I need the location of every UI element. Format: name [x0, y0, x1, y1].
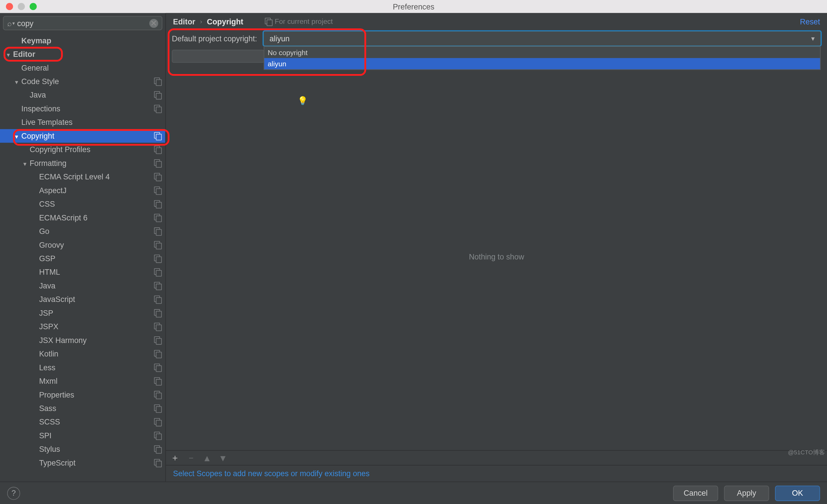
tree-item-java[interactable]: Java — [0, 88, 165, 102]
project-icon — [154, 446, 162, 453]
tree-item-label: HTML — [39, 268, 152, 277]
search-history-icon[interactable]: ▾ — [12, 20, 15, 26]
project-icon — [154, 200, 162, 208]
tree-item-label: Sass — [39, 404, 152, 413]
tree-item-less[interactable]: Less — [0, 361, 165, 374]
project-icon — [154, 459, 162, 467]
tree-item-label: AspectJ — [39, 186, 152, 195]
tree-item-javascript[interactable]: JavaScript — [0, 293, 165, 306]
remove-scope-button: － — [187, 452, 196, 463]
tree-item-general[interactable]: General — [0, 61, 165, 74]
tree-item-label: Live Templates — [21, 118, 162, 127]
intention-bulb-icon[interactable]: 💡 — [297, 96, 307, 105]
tree-item-label: SPI — [39, 431, 152, 440]
tree-item-groovy[interactable]: Groovy — [0, 238, 165, 251]
tree-item-label: JSX Harmony — [39, 336, 152, 345]
maximize-window-button[interactable] — [30, 3, 37, 10]
search-input[interactable] — [17, 19, 149, 28]
breadcrumb-item[interactable]: Editor — [173, 17, 196, 26]
tree-item-keymap[interactable]: Keymap — [0, 34, 165, 47]
tree-item-label: Editor — [13, 50, 162, 58]
tree-item-label: Go — [39, 227, 152, 236]
tree-item-aspectj[interactable]: AspectJ — [0, 184, 165, 197]
project-icon — [154, 91, 162, 99]
tree-item-jsx-harmony[interactable]: JSX Harmony — [0, 334, 165, 347]
project-icon — [154, 309, 162, 317]
window-title: Preferences — [393, 2, 434, 11]
tree-item-scss[interactable]: SCSS — [0, 415, 165, 429]
chevron-down-icon: ▼ — [21, 161, 29, 167]
chevron-right-icon: › — [200, 18, 202, 25]
tree-item-label: Groovy — [39, 241, 152, 249]
clear-search-icon[interactable]: ✕ — [149, 19, 158, 28]
add-scope-button[interactable]: ＋ — [171, 452, 180, 463]
tree-item-gsp[interactable]: GSP — [0, 252, 165, 265]
tree-item-label: Stylus — [39, 445, 152, 454]
scope-list[interactable] — [172, 50, 264, 62]
tree-item-label: Copyright — [21, 132, 152, 140]
chevron-down-icon: ▼ — [13, 134, 20, 140]
tree-item-code-style[interactable]: ▼Code Style — [0, 74, 165, 88]
apply-button[interactable]: Apply — [724, 485, 769, 501]
tree-item-kotlin[interactable]: Kotlin — [0, 347, 165, 360]
tree-item-sass[interactable]: Sass — [0, 402, 165, 415]
tree-item-label: Java — [30, 91, 152, 100]
tree-item-stylus[interactable]: Stylus — [0, 442, 165, 456]
project-icon — [154, 159, 162, 167]
tree-item-inspections[interactable]: Inspections — [0, 102, 165, 115]
settings-tree[interactable]: Keymap▼EditorGeneral▼Code StyleJavaInspe… — [0, 33, 165, 481]
tree-item-typescript[interactable]: TypeScript — [0, 456, 165, 469]
project-icon — [154, 323, 162, 331]
default-copyright-combo[interactable]: aliyun ▼ No copyrightaliyun — [263, 31, 821, 46]
breadcrumb: Editor › Copyright For current project R… — [166, 13, 827, 30]
project-icon — [154, 132, 162, 140]
tree-item-spi[interactable]: SPI — [0, 429, 165, 442]
cancel-button[interactable]: Cancel — [673, 485, 718, 501]
search-bar[interactable]: ⌕ ▾ ✕ — [3, 16, 162, 31]
tree-item-ecmascript-6[interactable]: ECMAScript 6 — [0, 211, 165, 224]
titlebar: Preferences — [0, 0, 827, 13]
project-scope-note: For current project — [265, 17, 333, 26]
tree-item-label: Formatting — [30, 159, 152, 168]
tree-item-html[interactable]: HTML — [0, 265, 165, 279]
scope-hint[interactable]: Select Scopes to add new scopes or modif… — [166, 465, 827, 482]
tree-item-label: Kotlin — [39, 349, 152, 358]
project-icon — [154, 173, 162, 181]
minimize-window-button[interactable] — [18, 3, 25, 10]
help-button[interactable]: ? — [7, 487, 20, 499]
tree-item-label: SCSS — [39, 418, 152, 426]
option-no-copyright[interactable]: No copyright — [264, 47, 820, 58]
tree-item-label: Mxml — [39, 376, 152, 386]
tree-item-ecma-script-level-4[interactable]: ECMA Script Level 4 — [0, 170, 165, 184]
default-copyright-dropdown[interactable]: No copyrightaliyun — [263, 46, 821, 70]
tree-item-formatting[interactable]: ▼Formatting — [0, 156, 165, 170]
tree-item-copyright[interactable]: ▼Copyright — [0, 129, 165, 143]
project-icon — [154, 391, 162, 399]
project-icon — [154, 418, 162, 426]
ok-button[interactable]: OK — [775, 485, 820, 501]
tree-item-properties[interactable]: Properties — [0, 388, 165, 402]
reset-link[interactable]: Reset — [800, 17, 820, 26]
option-aliyun[interactable]: aliyun — [264, 58, 820, 69]
tree-item-label: JavaScript — [39, 295, 152, 304]
tree-item-go[interactable]: Go — [0, 224, 165, 238]
tree-item-editor[interactable]: ▼Editor — [0, 47, 165, 61]
tree-item-mxml[interactable]: Mxml — [0, 374, 165, 388]
tree-item-java[interactable]: Java — [0, 279, 165, 293]
close-window-button[interactable] — [6, 3, 13, 10]
main-panel: Editor › Copyright For current project R… — [166, 13, 827, 481]
move-up-button: ▲ — [203, 453, 212, 463]
project-icon — [154, 404, 162, 412]
tree-item-css[interactable]: CSS — [0, 197, 165, 211]
project-icon — [154, 296, 162, 303]
tree-item-jsp[interactable]: JSP — [0, 306, 165, 320]
project-icon — [154, 105, 162, 112]
tree-item-label: Java — [39, 281, 152, 290]
tree-item-copyright-profiles[interactable]: Copyright Profiles — [0, 143, 165, 156]
tree-item-label: General — [21, 63, 162, 72]
tree-item-jspx[interactable]: JSPX — [0, 320, 165, 333]
tree-item-label: CSS — [39, 199, 152, 208]
project-icon — [154, 377, 162, 385]
tree-item-live-templates[interactable]: Live Templates — [0, 115, 165, 129]
chevron-down-icon: ▼ — [810, 35, 816, 42]
